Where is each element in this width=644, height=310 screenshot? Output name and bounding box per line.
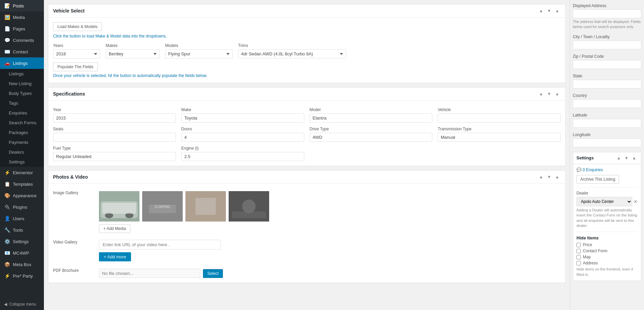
country-input[interactable]: [573, 99, 641, 108]
sidebar-item-settings-listings[interactable]: Settings: [0, 157, 44, 167]
sidebar-item-listings-all[interactable]: Listings: [0, 69, 44, 79]
hide-contact-form-row: Contact Form: [576, 249, 638, 253]
hide-items-title: Hide Items: [576, 235, 638, 240]
dealer-select[interactable]: Apolo Auto Center: [576, 197, 632, 206]
pdf-select-button[interactable]: Select: [203, 269, 223, 278]
spec-year-input[interactable]: [53, 113, 176, 123]
sidebar-item-comments[interactable]: 💬 Comments: [0, 34, 44, 46]
sidebar-item-payments[interactable]: Payments: [0, 137, 44, 147]
photos-panel-collapse-btn[interactable]: ▲: [538, 174, 544, 180]
photos-video-panel: Photos & Video ▲ ▼ ▲ Image Gallery: [48, 170, 566, 283]
specs-panel-expand-btn[interactable]: ▼: [546, 91, 552, 97]
spec-model-label: Model: [310, 107, 433, 112]
sidebar-item-dealers[interactable]: Dealers: [0, 147, 44, 157]
spec-fuel-input[interactable]: [53, 152, 176, 161]
sidebar-item-packages[interactable]: Packages: [0, 128, 44, 137]
preparty-icon: ⚡: [4, 273, 10, 279]
hide-address-checkbox[interactable]: [576, 261, 581, 265]
populate-fields-button[interactable]: Populate The Fields: [53, 62, 98, 71]
sidebar-item-tags[interactable]: Tags: [0, 98, 44, 108]
photos-video-header: Photos & Video ▲ ▼ ▲: [48, 171, 565, 184]
settings-toggle-btn[interactable]: ▲: [631, 155, 638, 161]
spec-engine-input[interactable]: [181, 152, 304, 161]
zip-input[interactable]: [573, 60, 641, 69]
plugins-icon: 🔌: [4, 204, 10, 210]
years-select[interactable]: 2018: [53, 49, 100, 58]
dealer-clear-button[interactable]: ✕: [634, 199, 638, 204]
spec-model-input[interactable]: [310, 113, 433, 123]
vehicle-panel-collapse-btn[interactable]: ▲: [538, 8, 544, 14]
sidebar-item-users[interactable]: 👤 Users: [0, 213, 44, 224]
pdf-file-input[interactable]: [99, 269, 200, 278]
photos-panel-expand-btn[interactable]: ▼: [546, 174, 552, 180]
spec-make-group: Make: [181, 107, 304, 123]
longitude-input[interactable]: [573, 138, 641, 147]
spec-drive-input[interactable]: [310, 133, 433, 142]
sidebar-item-plugins[interactable]: 🔌 Plugins: [0, 201, 44, 213]
sidebar-item-listings[interactable]: 🚗 Listings: [0, 57, 44, 69]
vehicle-panel-toggle-btn[interactable]: ▲: [554, 8, 561, 14]
sidebar-item-pages[interactable]: 📄 Pages: [0, 23, 44, 34]
vehicle-select-header: Vehicle Select ▲ ▼ ▲: [48, 4, 565, 18]
sidebar-item-settings[interactable]: ⚙️ Settings: [0, 236, 44, 247]
add-media-button[interactable]: + Add Media: [99, 224, 130, 233]
settings-collapse-btn[interactable]: ▲: [615, 155, 622, 161]
hide-map-row: Map: [576, 255, 638, 259]
sidebar-item-metabox[interactable]: 📦 Meta Box: [0, 259, 44, 270]
sidebar-item-elementor[interactable]: ⚡ Elementor: [0, 167, 44, 178]
sidebar-item-appearance[interactable]: 🎨 Appearance: [0, 190, 44, 201]
spec-fuel-label: Fuel Type: [53, 146, 176, 151]
sidebar-item-new-listing[interactable]: New Listing: [0, 79, 44, 88]
sidebar-item-media[interactable]: 🖼️ Media: [0, 11, 44, 23]
spec-fuel-group: Fuel Type: [53, 146, 176, 161]
trims-label: Trims: [238, 43, 346, 48]
hide-contact-form-checkbox[interactable]: [576, 249, 581, 253]
spec-doors-input[interactable]: [181, 133, 304, 142]
spec-make-input[interactable]: [181, 113, 304, 123]
hide-price-checkbox[interactable]: [576, 243, 581, 247]
latitude-input[interactable]: [573, 119, 641, 128]
video-url-input[interactable]: [99, 240, 221, 250]
specs-panel-toggle-btn[interactable]: ▲: [554, 91, 561, 97]
spec-transmission-label: Transmission Type: [438, 127, 561, 131]
vehicle-panel-expand-btn[interactable]: ▼: [546, 8, 552, 14]
city-input[interactable]: [573, 41, 641, 49]
models-select[interactable]: Flying Spur: [165, 49, 233, 58]
displayed-address-input[interactable]: [573, 9, 641, 18]
sidebar-item-contact[interactable]: ✉️ Contact: [0, 46, 44, 57]
spec-model-group: Model: [310, 107, 433, 123]
load-makes-models-button[interactable]: Load Makes & Models: [53, 22, 102, 31]
makes-select[interactable]: Bentley: [106, 49, 160, 58]
sidebar-item-search-forms[interactable]: Search Forms: [0, 118, 44, 128]
templates-icon: 📋: [4, 181, 10, 187]
settings-expand-btn[interactable]: ▼: [623, 155, 630, 161]
spec-drive-label: Drive Type: [310, 127, 433, 131]
hide-map-checkbox[interactable]: [576, 255, 581, 259]
specifications-header: Specifications ▲ ▼ ▲: [48, 87, 565, 101]
gallery-thumb-3: [185, 191, 226, 222]
sidebar-item-posts[interactable]: 📝 Posts: [0, 0, 44, 11]
spec-seats-input[interactable]: [53, 133, 176, 142]
photos-panel-toggle-btn[interactable]: ▲: [554, 174, 561, 180]
trims-group: Trims 4dr Sedan AWD (4.0L 8cyl Turbo 8A): [238, 43, 346, 58]
state-section: State: [573, 74, 641, 88]
spec-vehicle-input[interactable]: [438, 113, 561, 123]
sidebar-item-enquiries[interactable]: Enquiries: [0, 108, 44, 118]
sidebar-item-mc4wp[interactable]: 📧 MC4WP: [0, 247, 44, 259]
state-input[interactable]: [573, 80, 641, 88]
add-more-button[interactable]: + Add more: [99, 252, 131, 261]
trims-select[interactable]: 4dr Sedan AWD (4.0L 8cyl Turbo 8A): [238, 49, 346, 58]
sidebar-item-tools[interactable]: 🔧 Tools: [0, 224, 44, 236]
sidebar-item-preparty[interactable]: ⚡ Pre* Party: [0, 270, 44, 282]
archive-listing-button[interactable]: Archive This Listing: [576, 175, 619, 184]
collapse-menu-button[interactable]: ◀ Collapse menu: [0, 299, 44, 310]
specs-panel-collapse-btn[interactable]: ▲: [538, 91, 544, 97]
dealer-label: Dealer: [576, 191, 638, 196]
pdf-input-row: Select: [99, 269, 561, 278]
sidebar-item-body-types[interactable]: Body Types: [0, 88, 44, 98]
spec-transmission-input[interactable]: [438, 133, 561, 142]
posts-icon: 📝: [4, 3, 10, 8]
specifications-body: Year Make Model Vehicle: [48, 101, 565, 166]
enquiries-link[interactable]: 💬 0 Enquiries: [576, 167, 638, 172]
sidebar-item-templates[interactable]: 📋 Templates: [0, 178, 44, 190]
